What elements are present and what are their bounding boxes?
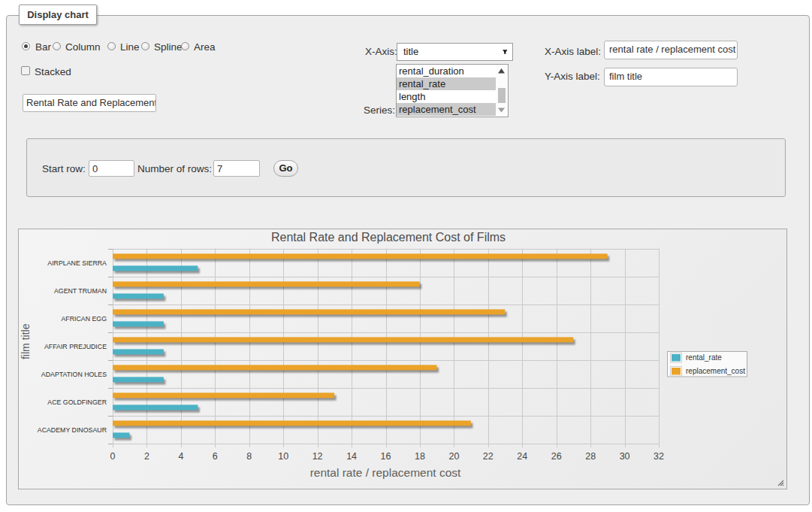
- svg-text:AFRICAN EGG: AFRICAN EGG: [61, 315, 107, 323]
- svg-text:20: 20: [448, 451, 459, 462]
- svg-text:28: 28: [585, 451, 596, 462]
- svg-text:AFFAIR PREJUDICE: AFFAIR PREJUDICE: [44, 343, 107, 350]
- svg-text:12: 12: [312, 451, 323, 462]
- svg-text:32: 32: [654, 451, 664, 462]
- svg-text:rental_rate: rental_rate: [686, 353, 722, 362]
- svg-text:2: 2: [144, 451, 149, 462]
- svg-text:6: 6: [213, 451, 218, 462]
- svg-text:30: 30: [620, 451, 630, 462]
- svg-text:ACADEMY DINOSAUR: ACADEMY DINOSAUR: [38, 426, 107, 434]
- svg-text:replacement_cost: replacement_cost: [686, 367, 745, 375]
- svg-text:26: 26: [551, 451, 562, 462]
- svg-text:4: 4: [178, 451, 183, 462]
- svg-text:14: 14: [346, 451, 357, 462]
- svg-text:8: 8: [246, 451, 252, 462]
- svg-text:22: 22: [483, 451, 494, 462]
- svg-text:ACE GOLDFINGER: ACE GOLDFINGER: [47, 398, 107, 406]
- svg-text:ADAPTATION HOLES: ADAPTATION HOLES: [41, 371, 107, 378]
- svg-text:AIRPLANE SIERRA: AIRPLANE SIERRA: [47, 259, 107, 267]
- svg-text:10: 10: [278, 451, 288, 462]
- svg-text:24: 24: [517, 451, 527, 462]
- svg-text:AGENT TRUMAN: AGENT TRUMAN: [54, 287, 107, 295]
- svg-text:rental rate / replacement cost: rental rate / replacement cost: [310, 466, 461, 479]
- svg-text:0: 0: [110, 451, 116, 462]
- svg-text:film title: film title: [20, 323, 32, 359]
- svg-text:18: 18: [415, 451, 425, 462]
- svg-text:Rental Rate and Replacement Co: Rental Rate and Replacement Cost of Film…: [271, 231, 506, 244]
- svg-text:16: 16: [381, 451, 391, 462]
